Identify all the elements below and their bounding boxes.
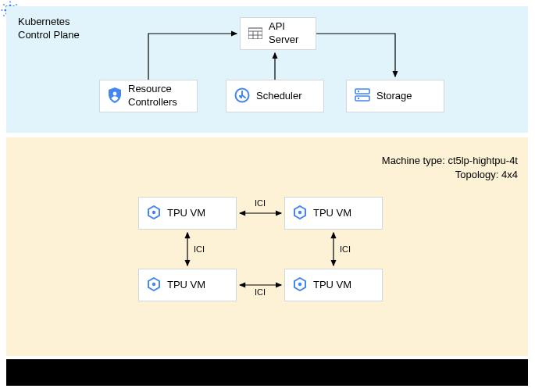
api-server-box: API Server	[240, 17, 316, 50]
tpu-vm-box-4: TPU VM	[284, 269, 383, 301]
svg-rect-8	[355, 96, 369, 101]
svg-point-25	[16, 4, 17, 5]
svg-point-9	[358, 90, 359, 91]
resource-controllers-box: Resource Controllers	[99, 80, 198, 112]
topology-value: 4x4	[501, 169, 518, 180]
grid-icon	[248, 27, 262, 41]
svg-point-5	[113, 91, 117, 95]
svg-point-31	[298, 282, 301, 285]
tpu-vm-label-3: TPU VM	[167, 279, 205, 292]
tpu-vm-label-4: TPU VM	[313, 279, 351, 292]
storage-icon	[355, 88, 370, 105]
shield-user-icon	[108, 87, 122, 105]
topology-row: Topology: 4x4	[382, 168, 518, 182]
hexagon-icon	[147, 205, 161, 222]
footer-bar	[6, 359, 528, 386]
machine-type-value: ct5lp-hightpu-4t	[448, 155, 518, 166]
storage-label: Storage	[376, 90, 412, 103]
ici-label-top: ICI	[255, 198, 266, 208]
storage-box: Storage	[346, 80, 444, 112]
ici-label-bottom: ICI	[255, 287, 266, 297]
svg-point-22	[2, 9, 3, 11]
resource-controllers-label: Resource Controllers	[128, 83, 177, 109]
svg-point-26	[3, 15, 5, 16]
scheduler-label: Scheduler	[256, 90, 302, 103]
svg-rect-0	[248, 28, 262, 39]
tpu-vm-box-1: TPU VM	[138, 197, 237, 230]
svg-rect-7	[355, 89, 369, 94]
node-pool-meta: Machine type: ct5lp-hightpu-4t Topology:…	[382, 154, 518, 182]
svg-point-29	[298, 210, 301, 213]
machine-type-row: Machine type: ct5lp-hightpu-4t	[382, 154, 518, 168]
control-plane-title: Kubernetes Control Plane	[18, 16, 80, 42]
hexagon-icon	[147, 277, 161, 294]
hexagon-icon	[293, 205, 307, 222]
topology-label: Topology:	[455, 169, 499, 180]
machine-type-label: Machine type:	[382, 155, 445, 166]
ici-label-left: ICI	[194, 244, 205, 254]
svg-point-20	[9, 2, 11, 3]
api-server-label: API Server	[269, 20, 298, 47]
clock-icon	[234, 87, 250, 105]
tpu-vm-label-2: TPU VM	[313, 207, 351, 220]
control-plane-title-text: Kubernetes Control Plane	[18, 16, 80, 41]
scheduler-box: Scheduler	[226, 80, 324, 112]
svg-point-30	[152, 282, 155, 285]
diagram-canvas: Kubernetes Control Plane API Server Reso…	[0, 0, 535, 392]
tpu-vm-label-1: TPU VM	[167, 207, 205, 220]
hexagon-icon	[293, 277, 307, 294]
svg-point-10	[358, 97, 359, 98]
svg-point-28	[152, 210, 155, 213]
ici-label-right: ICI	[340, 244, 351, 254]
svg-point-24	[3, 4, 5, 5]
tpu-vm-box-3: TPU VM	[138, 269, 237, 301]
tpu-vm-box-2: TPU VM	[284, 197, 383, 230]
